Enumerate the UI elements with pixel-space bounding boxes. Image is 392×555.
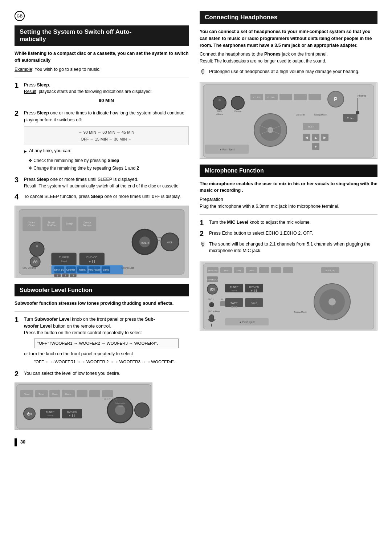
step4-content: To cancel SLEEP function, press Sleep on…: [24, 193, 189, 200]
seq-line1: → 90 MIN → 60 MIN → 45 MIN: [78, 129, 135, 135]
section1-header: Setting the System to Switch off Auto-ma…: [15, 25, 189, 46]
svg-text:2: 2: [65, 274, 66, 277]
step1-row: 1 Press Sleep. Result: playback starts a…: [15, 82, 189, 106]
svg-text:⏻/I: ⏻/I: [210, 288, 215, 291]
gb-badge: GB: [15, 11, 25, 21]
svg-text:▶ ▐▐: ▶ ▐▐: [251, 289, 257, 292]
step2-content: Press Sleep one or more times to indicat…: [24, 110, 189, 172]
svg-text:Timer/: Timer/: [48, 221, 55, 224]
svg-text:Subwoofer: Subwoofer: [115, 402, 126, 404]
svg-text:▲ Push Eject: ▲ Push Eject: [239, 321, 254, 324]
svg-text:CD Mode: CD Mode: [296, 114, 305, 116]
svg-text:TUNER: TUNER: [59, 256, 69, 259]
headphones-result: Result: The loudspeakers are no longer u…: [200, 58, 326, 64]
step1-text: Press Sleep.: [24, 82, 189, 89]
step2-note-text: At any time, you can:: [29, 147, 72, 154]
svg-text:DVD/CD: DVD/CD: [249, 286, 259, 288]
svg-text:MULTI: MULTI: [140, 241, 149, 244]
svg-text:▶ ▐▐: ▶ ▐▐: [69, 414, 75, 417]
svg-point-14: [36, 245, 38, 247]
svg-text:Sound Edit: Sound Edit: [121, 267, 134, 269]
svg-point-150: [209, 302, 214, 307]
svg-text:⏻/I: ⏻/I: [33, 260, 38, 264]
svg-text:Band: Band: [232, 289, 237, 292]
svg-text:TAPE: TAPE: [230, 301, 238, 305]
mic-step1-num: 1: [200, 219, 206, 226]
preparation-label: Preparation Plug the microphone with a 6…: [200, 196, 377, 210]
svg-text:Rec/Pause: Rec/Pause: [88, 268, 101, 271]
svg-text:DVD/CD: DVD/CD: [86, 256, 98, 259]
svg-text:Timer/: Timer/: [28, 221, 35, 224]
page-bar-icon: [15, 438, 17, 446]
step1-num: 1: [15, 82, 21, 89]
triangle-icon: ▶: [24, 149, 27, 154]
sub-step1-row: 1 Turn Subwoofer Level knob on the front…: [15, 316, 189, 367]
svg-rect-134: [259, 267, 269, 273]
mic-step1-row: 1 Turn the MIC Level knob to adjust the …: [200, 219, 377, 226]
preparation-text: Plug the microphone with a 6.3mm mic jac…: [200, 204, 339, 209]
svg-point-13: [30, 242, 44, 256]
left-column: GB Setting the System to Switch off Auto…: [15, 11, 189, 446]
svg-text:Phones: Phones: [358, 94, 366, 97]
svg-text:StandBy/On: StandBy/On: [207, 279, 218, 281]
svg-text:Timer: Timer: [224, 270, 229, 272]
svg-text:⏮ ⏭: ⏮ ⏭: [231, 305, 237, 308]
svg-text:⏻/I: ⏻/I: [27, 412, 32, 416]
svg-text:Timer: Timer: [38, 393, 44, 395]
svg-text:▲ Push Eject: ▲ Push Eject: [219, 148, 234, 151]
svg-text:▼: ▼: [314, 145, 318, 149]
cassette-icon: 🎙: [200, 68, 206, 76]
sub-step1-content: Turn Subwoofer Level knob on the front p…: [24, 316, 189, 367]
warning-text: Prolonged use of headphones at a high vo…: [209, 68, 359, 75]
section1-intro: While listening to a compact disc or a c…: [15, 50, 189, 64]
microphone-intro: The microphone enables the user to mix i…: [200, 181, 377, 194]
svg-text:AUX: AUX: [251, 301, 258, 305]
svg-text:Tuning Mode: Tuning Mode: [314, 114, 327, 116]
microphone-panel-image: Timer/Clock Timer Sleep Demo MULTI JOG: [200, 262, 377, 331]
svg-rect-68: [102, 390, 113, 397]
svg-text:Enter: Enter: [347, 117, 354, 120]
step3-result: Result: The system will automatically sw…: [24, 183, 180, 189]
svg-text:TUNER: TUNER: [46, 411, 54, 413]
svg-text:MULTI: MULTI: [308, 126, 314, 128]
svg-point-85: [213, 96, 226, 109]
svg-text:3: 3: [73, 274, 74, 277]
svg-text:OndOte: OndOte: [47, 224, 56, 227]
svg-text:▶: ▶: [323, 135, 326, 139]
svg-point-82: [135, 403, 149, 417]
svg-text:Band: Band: [48, 414, 53, 417]
section1-wrapper: Setting the System to Switch off Auto-ma…: [15, 25, 189, 200]
svg-text:Sleep: Sleep: [66, 223, 73, 226]
svg-text:Level: Level: [155, 239, 160, 242]
sub-step2-num: 2: [15, 370, 21, 377]
svg-rect-96: [294, 94, 307, 100]
svg-text:MIC Volume: MIC Volume: [23, 267, 36, 269]
svg-point-89: [231, 96, 244, 109]
svg-text:Sleep: Sleep: [237, 270, 241, 272]
mic-note: 🎙 The sound will be changed to 2.1 chann…: [200, 241, 377, 258]
page-layout: GB Setting the System to Switch off Auto…: [15, 11, 377, 446]
step1-display: 90 MIN: [24, 97, 189, 104]
svg-rect-97: [309, 94, 321, 100]
step1-content: Press Sleep. Result: playback starts and…: [24, 82, 189, 106]
svg-text:Reset: Reset: [79, 268, 85, 271]
svg-text:MIC/: MIC/: [217, 110, 222, 112]
svg-text:Dimmer: Dimmer: [83, 224, 92, 227]
woofer-seq1: "OFF↑↑WOOFER1 → WOOFER2 → WOOFER3 → WOOF…: [34, 339, 179, 348]
svg-text:MIC Volume: MIC Volume: [208, 310, 220, 312]
microphone-header: Microphone Function: [200, 165, 377, 177]
svg-text:1: 1: [57, 274, 58, 277]
step2-note: ▶ At any time, you can:: [24, 147, 189, 154]
svg-rect-66: [77, 390, 87, 397]
connecting-headphones-section: Connecting Headphones You can connect a …: [200, 11, 377, 159]
headphones-instruction: Connect the headphones to the Phones jac…: [200, 51, 377, 65]
svg-point-163: [328, 298, 336, 305]
step4-row: 4 To cancel SLEEP function, press Sleep …: [15, 193, 189, 200]
step1-result: Result: playback starts and the followin…: [24, 89, 189, 95]
svg-text:P: P: [334, 96, 337, 102]
page-num-text: 30: [20, 439, 25, 445]
svg-text:CD Skip: CD Skip: [267, 96, 275, 98]
mic-step2-content: Press Echo button to select ECHO 1,ECHO …: [209, 230, 377, 237]
svg-text:MULTI JOG: MULTI JOG: [326, 270, 335, 272]
svg-text:Band: Band: [61, 260, 67, 263]
